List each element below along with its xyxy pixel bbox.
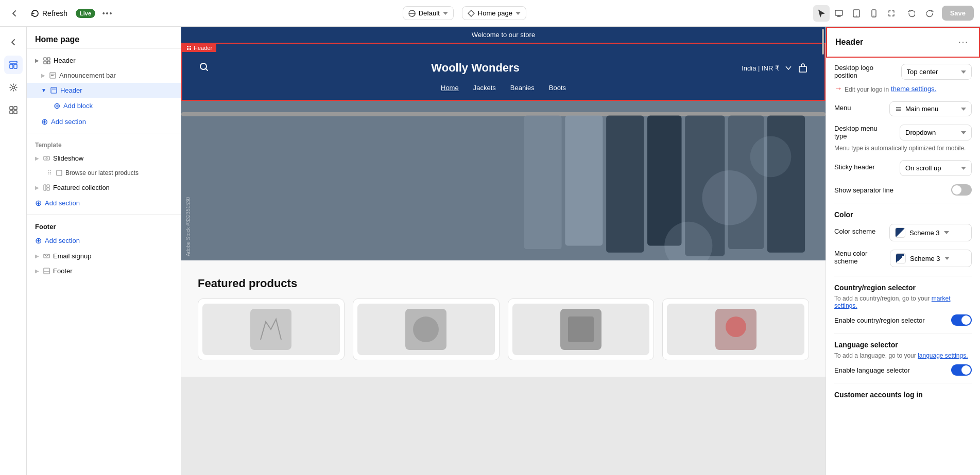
separator-toggle[interactable] xyxy=(951,184,972,196)
announce-bar: Welcome to our store xyxy=(181,27,826,43)
header-group-item[interactable]: ▶ Header xyxy=(27,53,181,68)
product-image-2 xyxy=(357,304,495,355)
store-logo: Woolly Wonders xyxy=(431,61,520,75)
theme-dropdown[interactable]: Default xyxy=(403,6,454,20)
announce-text: Welcome to our store xyxy=(472,31,535,39)
enable-country-row: Enable country/region selector xyxy=(834,314,972,326)
add-footer-section-label: Add section xyxy=(45,237,80,244)
live-badge: Live xyxy=(76,9,95,18)
logo-position-select[interactable]: Top center xyxy=(901,64,972,80)
mobile-view-button[interactable] xyxy=(866,5,882,22)
language-section-title: Language selector xyxy=(834,341,972,349)
region-chevron-icon xyxy=(785,66,792,70)
left-panel-header: Home page xyxy=(27,27,181,49)
product-card-1[interactable] xyxy=(198,298,345,360)
undo-button[interactable] xyxy=(903,5,919,22)
email-chevron-icon: ▶ xyxy=(35,253,39,259)
search-icon-area[interactable] xyxy=(199,62,209,75)
announcement-bar-item[interactable]: ▶ Announcement bar xyxy=(27,68,181,83)
cursor-view-button[interactable] xyxy=(813,5,830,22)
back-button[interactable] xyxy=(6,5,23,22)
more-options-button[interactable]: ••• xyxy=(99,5,116,22)
footer-item[interactable]: ▶ Footer xyxy=(27,263,181,278)
header-item[interactable]: ▼ Header xyxy=(27,83,181,98)
page-title: Home page xyxy=(35,35,79,44)
desktop-view-button[interactable] xyxy=(831,5,847,22)
separator-2 xyxy=(27,214,181,215)
add-footer-section-button[interactable]: ⊕ Add section xyxy=(35,233,181,249)
color-scheme-value: Scheme 3 xyxy=(909,229,940,237)
preview-frame[interactable]: Welcome to our store Header Woolly xyxy=(181,27,826,475)
nav-boots[interactable]: Boots xyxy=(549,84,566,92)
svg-rect-1 xyxy=(835,10,843,15)
nav-beanies[interactable]: Beanies xyxy=(510,84,535,92)
enable-language-toggle[interactable] xyxy=(951,364,972,376)
product-card-3[interactable] xyxy=(508,298,655,360)
theme-settings-link[interactable]: theme settings. xyxy=(891,85,936,93)
enable-country-label: Enable country/region selector xyxy=(834,316,925,324)
sticky-header-row: Sticky header On scroll up xyxy=(834,160,972,176)
svg-point-48 xyxy=(750,136,792,177)
page-dropdown[interactable]: Home page xyxy=(462,6,526,20)
tablet-view-button[interactable] xyxy=(848,5,865,22)
footer-item-chevron-icon: ▶ xyxy=(35,268,39,274)
svg-rect-17 xyxy=(47,61,50,64)
logo-position-row: Desktop logo position Top center → Edit … xyxy=(834,64,972,93)
expand-view-button[interactable] xyxy=(883,5,900,22)
featured-collection-item[interactable]: ▶ Featured collection xyxy=(27,180,181,195)
save-button[interactable]: Save xyxy=(942,6,974,21)
language-settings-link[interactable]: language settings. xyxy=(918,352,968,359)
email-icon xyxy=(43,253,50,259)
browse-slide-label: Browse our latest products xyxy=(65,169,139,177)
back-nav-button[interactable] xyxy=(4,33,23,51)
svg-point-52 xyxy=(413,316,439,342)
svg-rect-40 xyxy=(606,116,644,253)
color-section-title: Color xyxy=(834,210,972,219)
main-layout: Home page ▶ Header ▶ Announcement bar xyxy=(0,27,980,475)
apps-nav-button[interactable] xyxy=(4,101,23,119)
enable-language-row: Enable language selector xyxy=(834,364,972,376)
add-section-button[interactable]: ⊕ Add section xyxy=(41,114,181,130)
cart-icon[interactable] xyxy=(798,63,808,73)
preview-scrollbar[interactable] xyxy=(821,27,824,475)
separator-label: Show separator line xyxy=(834,186,893,194)
language-hint: To add a language, go to your language s… xyxy=(834,352,972,359)
svg-rect-54 xyxy=(568,316,594,342)
sections-nav-button[interactable] xyxy=(4,56,23,74)
divider-2 xyxy=(834,276,972,276)
nav-jackets[interactable]: Jackets xyxy=(473,84,496,92)
menu-color-scheme-select[interactable]: Scheme 3 xyxy=(890,250,972,267)
product-card-2[interactable] xyxy=(353,298,500,360)
settings-nav-button[interactable] xyxy=(4,78,23,97)
product-card-4[interactable] xyxy=(662,298,809,360)
top-bar-center: Default Home page xyxy=(120,6,809,20)
menu-type-select[interactable]: Dropdown xyxy=(900,125,972,140)
store-header-section[interactable]: Header Woolly Wonders India | INR ₹ xyxy=(181,43,826,101)
right-panel-more-button[interactable]: ··· xyxy=(956,35,971,49)
add-section2-button[interactable]: ⊕ Add section xyxy=(35,195,181,211)
nav-home[interactable]: Home xyxy=(441,84,459,92)
country-section-title: Country/region selector xyxy=(834,284,972,292)
sticky-header-select[interactable]: On scroll up xyxy=(900,160,972,176)
add-block-button[interactable]: ⊕ Add block xyxy=(54,98,181,114)
enable-country-toggle[interactable] xyxy=(951,314,972,326)
svg-rect-25 xyxy=(57,170,62,175)
add-footer-section-container: ⊕ Add section xyxy=(27,233,181,249)
email-signup-item[interactable]: ▶ Email signup xyxy=(27,249,181,263)
slide-icon xyxy=(56,170,62,176)
svg-rect-30 xyxy=(44,268,49,274)
logo-position-label: Desktop logo position xyxy=(834,64,897,79)
region-label: India | INR ₹ xyxy=(742,64,779,72)
refresh-button[interactable]: Refresh xyxy=(27,6,72,21)
store-nav: Woolly Wonders India | INR ₹ xyxy=(182,52,824,84)
slideshow-item[interactable]: ▶ Slideshow xyxy=(27,151,181,166)
browse-slide-item[interactable]: ⠿ Browse our latest products xyxy=(27,166,181,180)
right-panel-scroll: Desktop logo position Top center → Edit … xyxy=(826,58,980,475)
menu-select[interactable]: Main menu xyxy=(889,101,972,116)
color-scheme-select[interactable]: Scheme 3 xyxy=(889,224,972,241)
redo-button[interactable] xyxy=(922,5,939,22)
separator-toggle-row: Show separator line xyxy=(834,184,972,196)
watermark: Adobe Stock #332351530 xyxy=(185,197,191,256)
top-bar: Refresh Live ••• Default Home page xyxy=(0,0,980,27)
svg-point-56 xyxy=(726,316,746,337)
